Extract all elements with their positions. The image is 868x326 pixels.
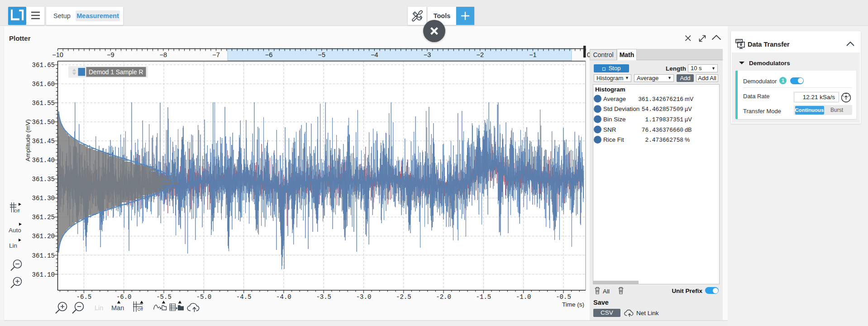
- svg-text:-3.5: -3.5: [316, 293, 331, 301]
- svg-text:361.60: 361.60: [32, 81, 55, 88]
- svg-text:361.55: 361.55: [32, 100, 55, 107]
- svg-text:-5.5: -5.5: [156, 293, 172, 301]
- svg-text:361.15: 361.15: [32, 252, 55, 259]
- svg-text:361.65: 361.65: [32, 62, 55, 69]
- svg-text:Lin: Lin: [9, 242, 17, 249]
- svg-text:−9: −9: [107, 51, 114, 58]
- svg-text:361.50: 361.50: [32, 119, 55, 126]
- svg-text:Demod 1 Sample R: Demod 1 Sample R: [89, 69, 143, 76]
- svg-text:Man: Man: [111, 304, 124, 312]
- svg-text:−8: −8: [160, 51, 167, 58]
- svg-text:2.473662758: 2.473662758: [645, 137, 683, 144]
- svg-text:SNR: SNR: [603, 126, 616, 133]
- svg-text:−5: −5: [318, 51, 326, 58]
- svg-text:-4.0: -4.0: [276, 293, 291, 301]
- svg-text:Off: Off: [14, 208, 20, 213]
- svg-text:mV: mV: [685, 96, 694, 102]
- svg-text:−2: −2: [476, 51, 484, 58]
- svg-text:%: %: [685, 136, 690, 143]
- svg-text:361.40: 361.40: [32, 157, 55, 164]
- svg-text:-3.0: -3.0: [356, 293, 372, 301]
- svg-text:Rice Fit: Rice Fit: [603, 136, 624, 143]
- svg-text:361.10: 361.10: [32, 271, 55, 278]
- svg-text:361.45: 361.45: [32, 138, 55, 145]
- svg-text:361.25: 361.25: [32, 214, 55, 221]
- svg-text:µV: µV: [685, 116, 692, 123]
- svg-text:76.436376660: 76.436376660: [642, 127, 683, 134]
- svg-text:dB: dB: [685, 126, 692, 133]
- svg-text:-6.5: -6.5: [76, 293, 92, 301]
- svg-text:Bin Size: Bin Size: [603, 116, 626, 123]
- svg-text:Off: Off: [138, 307, 143, 312]
- svg-text:Std Deviation: Std Deviation: [603, 105, 639, 112]
- svg-text:Amplitude (mV): Amplitude (mV): [24, 119, 31, 161]
- svg-text:361.342676216: 361.342676216: [638, 96, 683, 103]
- svg-text:-0.5: -0.5: [556, 293, 571, 301]
- svg-text:−10: −10: [52, 51, 63, 58]
- svg-text:54.462857509: 54.462857509: [642, 106, 683, 113]
- svg-text:-1.5: -1.5: [476, 293, 491, 301]
- svg-text:−7: −7: [212, 51, 220, 58]
- svg-text:−6: −6: [265, 51, 273, 58]
- svg-text:Lin: Lin: [95, 304, 103, 312]
- svg-text:Time (s): Time (s): [562, 301, 584, 308]
- svg-text:Auto: Auto: [9, 227, 21, 234]
- svg-text:361.20: 361.20: [32, 233, 55, 240]
- svg-text:−4: −4: [371, 51, 378, 58]
- svg-text:−1: −1: [529, 51, 537, 58]
- svg-text:361.35: 361.35: [32, 176, 55, 183]
- svg-text:-1.0: -1.0: [516, 293, 531, 301]
- svg-text:1.179837351: 1.179837351: [645, 116, 684, 123]
- svg-text:-2.0: -2.0: [436, 293, 451, 301]
- svg-text:-6.0: -6.0: [116, 293, 132, 301]
- svg-text:Average: Average: [603, 96, 626, 102]
- svg-text:361.30: 361.30: [32, 195, 55, 202]
- svg-text:−3: −3: [424, 51, 431, 58]
- svg-text:-2.5: -2.5: [396, 293, 411, 301]
- svg-text:-5.0: -5.0: [196, 293, 211, 301]
- svg-text:-4.5: -4.5: [236, 293, 252, 301]
- svg-text:µV: µV: [685, 105, 692, 112]
